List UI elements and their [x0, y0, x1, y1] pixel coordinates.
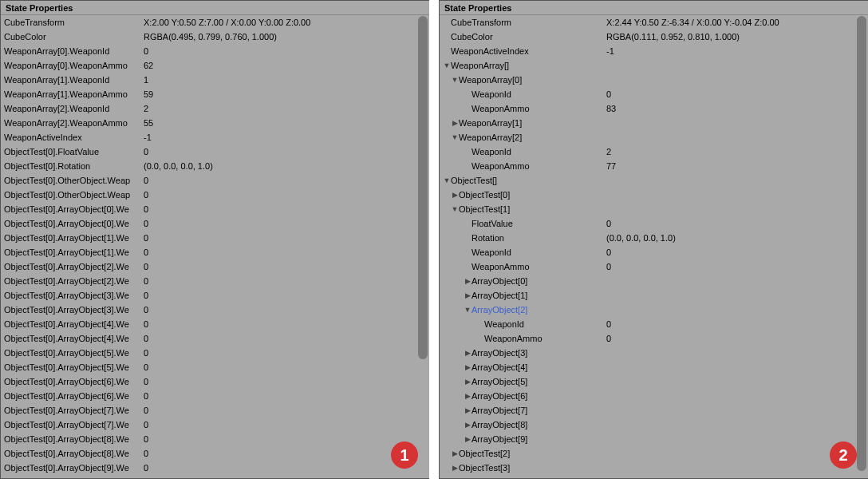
property-value: 0 [140, 216, 429, 231]
property-row[interactable]: ObjectTest[0].ArrayObject[2].We0 [1, 259, 429, 274]
tree-row[interactable]: WeaponId2 [440, 144, 868, 159]
tree-row[interactable]: ▶ObjectTest[0] [440, 188, 868, 202]
property-row[interactable]: ObjectTest[0].ArrayObject[0].We0 [1, 202, 429, 216]
property-row[interactable]: CubeColorRGBA(0.495, 0.799, 0.760, 1.000… [1, 30, 429, 44]
property-row[interactable]: ObjectTest[0].ArrayObject[0].We0 [1, 216, 429, 231]
property-value: 0 [140, 360, 429, 374]
scrollbar[interactable] [857, 2, 866, 477]
property-row[interactable]: WeaponArray[1].WeaponId1 [1, 73, 429, 87]
tree-row[interactable]: ▶ObjectTest[3] [440, 461, 868, 475]
property-row[interactable]: ObjectTest[0].ArrayObject[4].We0 [1, 317, 429, 331]
expand-arrow-down-icon[interactable]: ▼ [451, 202, 459, 216]
property-row[interactable]: ObjectTest[0].ArrayObject[5].We0 [1, 360, 429, 374]
property-label: ObjectTest[0].ArrayObject[2].We [1, 274, 140, 288]
property-row[interactable]: ObjectTest[0].ArrayObject[3].We0 [1, 288, 429, 303]
property-row[interactable]: WeaponArray[0].WeaponAmmo62 [1, 58, 429, 73]
expand-arrow-right-icon[interactable]: ▶ [464, 274, 471, 288]
tree-row[interactable]: Rotation(0.0, 0.0, 0.0, 1.0) [440, 231, 868, 245]
property-row[interactable]: ObjectTest[0].ArrayObject[6].We0 [1, 374, 429, 389]
tree-row[interactable]: FloatValue0 [440, 216, 868, 231]
tree-row[interactable]: WeaponId0 [440, 245, 868, 259]
scrollbar-thumb[interactable] [857, 16, 866, 471]
expand-arrow-right-icon[interactable]: ▶ [464, 288, 471, 303]
property-row[interactable]: WeaponArray[0].WeaponId0 [1, 44, 429, 58]
tree-row[interactable]: WeaponAmmo77 [440, 159, 868, 173]
expand-arrow-right-icon[interactable]: ▶ [464, 432, 471, 446]
expand-arrow-down-icon[interactable]: ▼ [443, 58, 451, 73]
property-row[interactable]: ObjectTest[0].Rotation(0.0, 0.0, 0.0, 1.… [1, 159, 429, 173]
tree-row[interactable]: ▼WeaponArray[] [440, 58, 868, 73]
property-row[interactable]: ObjectTest[0].ArrayObject[8].We0 [1, 446, 429, 461]
tree-row[interactable]: ▶ArrayObject[8] [440, 418, 868, 432]
tree-row[interactable]: ▼WeaponArray[2] [440, 130, 868, 144]
property-row[interactable]: ObjectTest[0].OtherObject.Weap0 [1, 188, 429, 202]
tree-row[interactable]: WeaponId0 [440, 317, 868, 331]
property-row[interactable]: ObjectTest[0].ArrayObject[7].We0 [1, 418, 429, 432]
property-row[interactable]: ObjectTest[0].ArrayObject[3].We0 [1, 303, 429, 317]
expand-arrow-right-icon[interactable]: ▶ [464, 360, 471, 374]
tree-value: RGBA(0.111, 0.952, 0.810, 1.000) [603, 30, 868, 44]
property-row[interactable]: ObjectTest[0].ArrayObject[7].We0 [1, 403, 429, 418]
property-row[interactable]: CubeTransformX:2.00 Y:0.50 Z:7.00 / X:0.… [1, 15, 429, 30]
tree-value: X:2.44 Y:0.50 Z:-6.34 / X:0.00 Y:-0.04 Z… [603, 15, 868, 30]
property-label: ObjectTest[0].ArrayObject[5].We [1, 360, 140, 374]
property-value: X:2.00 Y:0.50 Z:7.00 / X:0.00 Y:0.00 Z:0… [140, 15, 429, 30]
tree-row[interactable]: WeaponId0 [440, 87, 868, 101]
property-row[interactable]: ObjectTest[0].ArrayObject[2].We0 [1, 274, 429, 288]
tree-row[interactable]: ▶ArrayObject[0] [440, 274, 868, 288]
property-label: CubeTransform [1, 15, 140, 30]
tree-row[interactable]: ▶ArrayObject[5] [440, 374, 868, 389]
expand-arrow-down-icon[interactable]: ▼ [451, 130, 459, 144]
property-row[interactable]: WeaponActiveIndex-1 [1, 130, 429, 144]
property-row[interactable]: ObjectTest[0].ArrayObject[9].We0 [1, 461, 429, 475]
scrollbar[interactable] [418, 2, 428, 477]
tree-row[interactable]: ▶ObjectTest[2] [440, 446, 868, 461]
tree-row[interactable]: ▶ArrayObject[4] [440, 360, 868, 374]
property-row[interactable]: WeaponArray[2].WeaponId2 [1, 101, 429, 116]
tree-label: ObjectTest[] [451, 173, 497, 188]
expand-arrow-down-icon[interactable]: ▼ [443, 173, 451, 188]
tree-row[interactable]: ▼ArrayObject[2] [440, 303, 868, 317]
property-row[interactable]: WeaponArray[2].WeaponAmmo55 [1, 116, 429, 130]
tree-row[interactable]: ▼ObjectTest[] [440, 173, 868, 188]
expand-arrow-right-icon[interactable]: ▶ [451, 461, 459, 475]
expand-arrow-right-icon[interactable]: ▶ [451, 116, 459, 130]
property-value: 0 [140, 461, 429, 475]
property-value: 0 [140, 44, 429, 58]
expand-arrow-right-icon[interactable]: ▶ [464, 346, 471, 360]
tree-row[interactable]: ▶ArrayObject[3] [440, 346, 868, 360]
tree-label: CubeTransform [451, 15, 511, 30]
tree-row[interactable]: CubeTransformX:2.44 Y:0.50 Z:-6.34 / X:0… [440, 15, 868, 30]
tree-row[interactable]: ▼ObjectTest[1] [440, 202, 868, 216]
property-value: 0 [140, 317, 429, 331]
tree-row[interactable]: ▼WeaponArray[0] [440, 73, 868, 87]
property-row[interactable]: ObjectTest[0].ArrayObject[5].We0 [1, 346, 429, 360]
property-row[interactable]: ObjectTest[0].FloatValue0 [1, 144, 429, 159]
tree-row[interactable]: ▶WeaponArray[1] [440, 116, 868, 130]
tree-row[interactable]: WeaponAmmo0 [440, 331, 868, 346]
tree-row[interactable]: ▶ArrayObject[9] [440, 432, 868, 446]
property-row[interactable]: ObjectTest[0].ArrayObject[4].We0 [1, 331, 429, 346]
property-row[interactable]: ObjectTest[0].ArrayObject[6].We0 [1, 389, 429, 403]
expand-arrow-right-icon[interactable]: ▶ [464, 403, 471, 418]
property-row[interactable]: WeaponArray[1].WeaponAmmo59 [1, 87, 429, 101]
tree-row[interactable]: WeaponAmmo83 [440, 101, 868, 116]
tree-row[interactable]: WeaponAmmo0 [440, 259, 868, 274]
expand-arrow-right-icon[interactable]: ▶ [451, 188, 459, 202]
tree-row[interactable]: CubeColorRGBA(0.111, 0.952, 0.810, 1.000… [440, 30, 868, 44]
expand-arrow-right-icon[interactable]: ▶ [451, 446, 459, 461]
tree-row[interactable]: ▶ArrayObject[7] [440, 403, 868, 418]
property-row[interactable]: ObjectTest[0].ArrayObject[1].We0 [1, 245, 429, 259]
tree-row[interactable]: ▶ArrayObject[1] [440, 288, 868, 303]
expand-arrow-right-icon[interactable]: ▶ [464, 418, 471, 432]
property-row[interactable]: ObjectTest[0].OtherObject.Weap0 [1, 173, 429, 188]
property-row[interactable]: ObjectTest[0].ArrayObject[1].We0 [1, 231, 429, 245]
property-row[interactable]: ObjectTest[0].ArrayObject[8].We0 [1, 432, 429, 446]
expand-arrow-down-icon[interactable]: ▼ [451, 73, 459, 87]
tree-row[interactable]: WeaponActiveIndex-1 [440, 44, 868, 58]
expand-arrow-down-icon[interactable]: ▼ [464, 303, 471, 317]
scrollbar-thumb[interactable] [418, 16, 428, 359]
expand-arrow-right-icon[interactable]: ▶ [464, 389, 471, 403]
tree-row[interactable]: ▶ArrayObject[6] [440, 389, 868, 403]
expand-arrow-right-icon[interactable]: ▶ [464, 374, 471, 389]
